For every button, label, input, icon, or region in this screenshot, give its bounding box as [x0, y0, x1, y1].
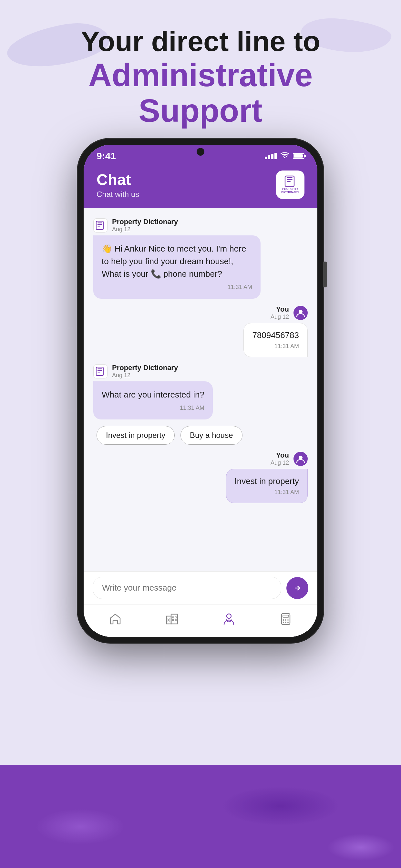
camera-notch: [197, 148, 204, 156]
sender-date-1: Aug 12: [112, 226, 178, 233]
svg-point-23: [227, 614, 231, 618]
svg-rect-15: [166, 616, 171, 624]
message-input[interactable]: [93, 577, 281, 599]
svg-rect-19: [173, 619, 174, 621]
svg-rect-17: [173, 617, 174, 618]
chat-header-left: Chat Chat with us: [96, 171, 139, 199]
bubble-time-3: 11:31 AM: [102, 404, 204, 412]
agent-icon: [221, 611, 237, 627]
message-input-bar: [84, 571, 317, 604]
quick-reply-buy[interactable]: Buy a house: [181, 426, 242, 445]
logo-text: PROPERTY DICTIONARY: [281, 188, 299, 194]
sender-date-3: Aug 12: [112, 372, 178, 379]
svg-rect-22: [168, 621, 169, 622]
outgoing-sender-name-4: You: [271, 451, 289, 460]
svg-point-26: [283, 619, 284, 621]
signal-bars-icon: [265, 153, 277, 159]
headline-line1: Your direct line to: [19, 26, 382, 57]
svg-rect-13: [97, 372, 100, 373]
quick-reply-invest[interactable]: Invest in property: [96, 426, 175, 445]
sender-info-3: Property Dictionary Aug 12: [112, 364, 178, 379]
user-avatar-4: [294, 452, 308, 466]
svg-point-14: [299, 456, 303, 460]
chat-title: Chat: [96, 171, 139, 189]
svg-point-31: [287, 622, 289, 623]
status-bar: 9:41: [84, 145, 317, 164]
nav-item-agent[interactable]: [221, 611, 237, 627]
property-dict-avatar: [93, 218, 107, 232]
outgoing-row-2: You Aug 12: [243, 305, 308, 320]
svg-rect-20: [175, 619, 176, 621]
outgoing-sender-info-4: You Aug 12: [271, 451, 289, 466]
headline-line3: Support: [19, 93, 382, 128]
svg-rect-4: [287, 181, 290, 182]
message-3: Property Dictionary Aug 12 What are you …: [93, 364, 213, 420]
outgoing-sender-date-4: Aug 12: [271, 460, 289, 466]
svg-point-27: [285, 619, 286, 621]
bubble-4: Invest in property 11:31 AM: [226, 469, 308, 503]
bubble-1: 👋 Hi Ankur Nice to meet you. I'm here to…: [93, 236, 260, 299]
nav-item-calculator[interactable]: [278, 611, 294, 627]
purple-band: [0, 765, 401, 868]
svg-point-9: [299, 310, 303, 314]
chat-subtitle: Chat with us: [96, 190, 139, 199]
home-icon: [107, 611, 123, 627]
svg-rect-5: [96, 221, 103, 229]
svg-rect-21: [168, 618, 169, 619]
svg-rect-11: [97, 368, 102, 369]
phone-side-button: [323, 261, 327, 287]
property-dict-avatar-3: [93, 364, 107, 378]
headline-section: Your direct line to Administrative Suppo…: [0, 26, 401, 128]
svg-rect-3: [287, 179, 292, 180]
status-time: 9:41: [96, 151, 116, 161]
svg-rect-12: [97, 370, 102, 371]
phone-wrapper: 9:41: [78, 139, 323, 643]
outgoing-sender-name-2: You: [271, 305, 289, 314]
sender-name-3: Property Dictionary: [112, 364, 178, 372]
sender-row-1: Property Dictionary Aug 12: [93, 218, 260, 233]
calculator-icon: [278, 611, 294, 627]
nav-item-home[interactable]: [107, 611, 123, 627]
message-1: Property Dictionary Aug 12 👋 Hi Ankur Ni…: [93, 218, 260, 299]
svg-rect-7: [97, 224, 102, 225]
svg-rect-10: [96, 367, 103, 376]
sender-name-1: Property Dictionary: [112, 218, 178, 226]
svg-point-28: [287, 619, 289, 621]
svg-rect-16: [171, 614, 178, 624]
bubble-time-4: 11:31 AM: [235, 489, 299, 496]
phone-frame: 9:41: [78, 139, 323, 643]
outgoing-row-4: You Aug 12: [226, 451, 308, 466]
sender-row-3: Property Dictionary Aug 12: [93, 364, 213, 379]
svg-point-29: [283, 622, 284, 623]
svg-rect-25: [283, 615, 289, 617]
bubble-3: What are you interested in? 11:31 AM: [93, 381, 213, 420]
bubble-2: 7809456783 11:31 AM: [243, 323, 308, 357]
message-4: You Aug 12 Invest in property 11:31 A: [226, 451, 308, 503]
outgoing-sender-info-2: You Aug 12: [271, 305, 289, 320]
phone-screen: 9:41: [84, 145, 317, 637]
bottom-nav: [84, 604, 317, 637]
message-2: You Aug 12 7809456783 11:31 AM: [243, 305, 308, 357]
buildings-icon: [164, 611, 180, 627]
user-avatar-2: [294, 306, 308, 320]
bubble-time-2: 11:31 AM: [252, 343, 299, 350]
quick-replies: Invest in property Buy a house: [93, 426, 308, 445]
svg-point-30: [285, 622, 286, 623]
svg-rect-6: [97, 222, 102, 223]
nav-item-buildings[interactable]: [164, 611, 180, 627]
svg-point-0: [284, 157, 285, 158]
svg-rect-8: [97, 226, 100, 227]
chat-header: Chat Chat with us PROPERTY DICTIONARY: [84, 164, 317, 208]
bubble-time-1: 11:31 AM: [102, 283, 252, 291]
svg-rect-18: [175, 617, 176, 618]
outgoing-sender-date-2: Aug 12: [271, 314, 289, 320]
wifi-icon: [281, 152, 289, 160]
chat-messages-area: Property Dictionary Aug 12 👋 Hi Ankur Ni…: [84, 208, 317, 571]
chat-logo: PROPERTY DICTIONARY: [276, 170, 305, 199]
battery-icon: [293, 153, 305, 159]
headline-line2: Administrative: [19, 57, 382, 93]
status-icons: [265, 152, 305, 160]
sender-info-1: Property Dictionary Aug 12: [112, 218, 178, 233]
svg-rect-2: [287, 177, 292, 178]
send-button[interactable]: [286, 577, 308, 599]
